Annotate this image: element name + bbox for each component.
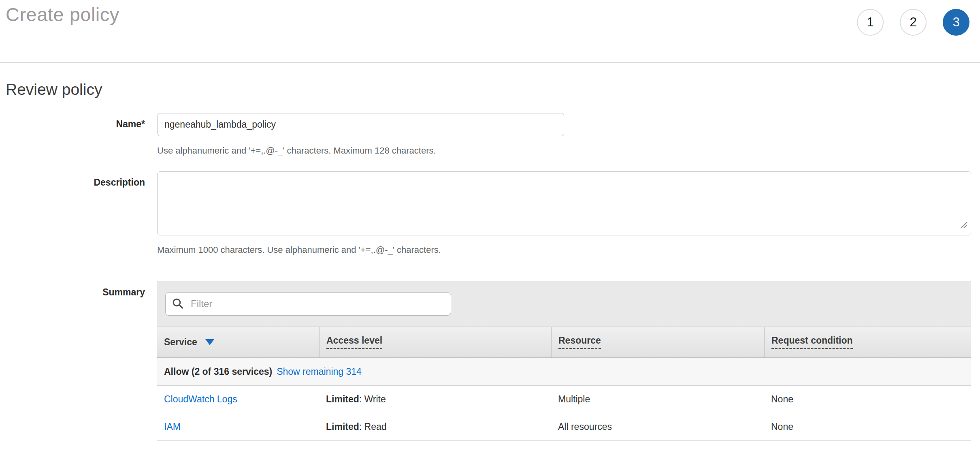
column-header-access-level-label: Access level	[326, 335, 382, 349]
name-row: Name* Use alphanumeric and '+=,.@-_' cha…	[6, 113, 980, 156]
resize-grip-icon[interactable]	[959, 220, 968, 232]
table-row: CloudWatch Logs Limited: Write Multiple …	[157, 386, 971, 413]
wizard-step-1-label: 1	[867, 15, 873, 30]
page-title: Create policy	[6, 3, 119, 26]
resource-cell: All resources	[551, 421, 764, 432]
wizard-steps: 1 2 3	[857, 9, 969, 36]
description-label: Description	[6, 171, 157, 255]
policy-name-input[interactable]	[157, 113, 564, 136]
description-help-text: Maximum 1000 characters. Use alphanumeri…	[157, 245, 980, 255]
wizard-step-3-label: 3	[952, 15, 959, 30]
caret-down-icon	[205, 339, 214, 345]
column-header-request-condition-label: Request condition	[771, 335, 853, 349]
allow-group-row: Allow (2 of 316 services) Show remaining…	[157, 358, 971, 386]
column-header-resource[interactable]: Resource	[551, 327, 764, 357]
summary-label: Summary	[6, 281, 157, 441]
name-label: Name*	[6, 113, 157, 156]
access-level-cell: Limited: Write	[319, 394, 551, 405]
access-level-cell: Limited: Read	[319, 421, 551, 432]
page-header: Create policy 1 2 3	[0, 0, 980, 63]
column-header-resource-label: Resource	[558, 335, 601, 349]
resource-cell: Multiple	[551, 394, 764, 405]
column-header-access-level[interactable]: Access level	[319, 327, 551, 357]
wizard-step-2-label: 2	[910, 15, 916, 30]
request-condition-cell: None	[764, 394, 971, 405]
service-link-iam[interactable]: IAM	[164, 421, 181, 432]
column-header-request-condition[interactable]: Request condition	[764, 327, 971, 357]
description-row: Description Maximum 1000 characters. Use…	[6, 171, 980, 255]
table-row: IAM Limited: Read All resources None	[157, 413, 971, 441]
show-remaining-link[interactable]: Show remaining 314	[277, 366, 362, 377]
search-icon	[172, 297, 184, 312]
section-title: Review policy	[6, 81, 980, 98]
filter-band	[157, 281, 971, 327]
review-policy-form: Review policy Name* Use alphanumeric and…	[0, 81, 980, 441]
wizard-step-2: 2	[900, 9, 927, 36]
filter-input[interactable]	[165, 292, 451, 316]
wizard-step-3-active: 3	[943, 9, 969, 36]
policy-description-textarea[interactable]	[157, 171, 971, 235]
request-condition-cell: None	[764, 421, 971, 432]
allow-group-label: Allow (2 of 316 services)	[164, 366, 272, 377]
table-header: Service Access level Resource Request co…	[157, 327, 971, 358]
summary-panel: Service Access level Resource Request co…	[157, 281, 971, 441]
name-help-text: Use alphanumeric and '+=,.@-_' character…	[157, 145, 980, 156]
service-link-cloudwatch-logs[interactable]: CloudWatch Logs	[164, 394, 237, 404]
wizard-step-1: 1	[857, 9, 884, 36]
column-header-service-label: Service	[164, 337, 197, 348]
summary-row: Summary Ser	[6, 281, 980, 441]
column-header-service[interactable]: Service	[157, 327, 319, 357]
